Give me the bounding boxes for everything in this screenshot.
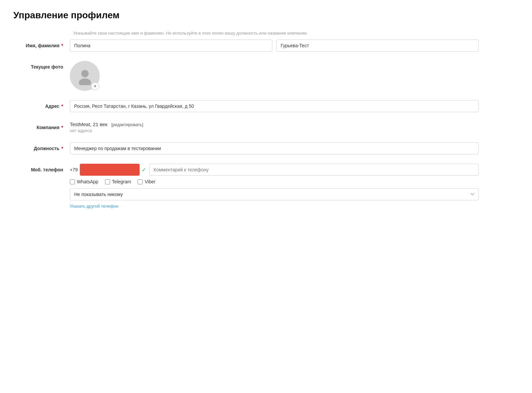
company-content: TestMeat, 21 век [редактировать] нет адр… [70,121,479,133]
position-input[interactable] [70,142,479,154]
position-content [70,142,479,154]
address-label: Адрес * [13,100,70,109]
whatsapp-checkbox[interactable] [70,179,75,184]
last-name-input[interactable] [276,40,479,52]
address-field-row: Адрес * [13,100,479,112]
first-name-input[interactable] [70,40,272,52]
photo-field-row: Текущее фото + [13,61,479,91]
position-field-row: Должность * [13,142,479,154]
company-field-row: Компания * TestMeat, 21 век [редактирова… [13,121,479,133]
phone-check-icon: ✓ [142,167,146,173]
telegram-checkbox[interactable] [105,179,110,184]
whatsapp-checkbox-label[interactable]: WhatsApp [70,179,98,184]
company-label: Компания * [13,121,70,130]
phone-main-row: +79 ✓ [70,164,479,176]
page-title: Управление профилем [13,10,479,21]
messengers-row: WhatsApp Telegram Viber [70,179,479,184]
svg-point-0 [81,70,88,77]
avatar-add-button[interactable]: + [91,82,99,90]
phone-prefix: +79 [70,167,78,172]
photo-content: + [70,61,479,91]
whatsapp-label: WhatsApp [77,179,98,184]
phone-number-input[interactable] [80,164,140,176]
telegram-label: Telegram [112,179,131,184]
name-label: Имя, фамилия * [13,40,70,48]
avatar-container[interactable]: + [70,61,100,91]
company-no-address: нет адреса [70,128,479,133]
phone-label: Моб. телефон [13,164,70,172]
viber-checkbox[interactable] [138,179,143,184]
name-inputs [70,40,479,52]
position-label: Должность * [13,142,70,151]
phone-comment-input[interactable] [149,164,479,176]
address-content [70,100,479,112]
company-name: TestMeat, 21 век [70,121,107,127]
name-field-row: Имя, фамилия * [13,40,479,52]
phone-content: +79 ✓ WhatsApp Telegram Viber [70,164,479,209]
name-hint: Указывайте свои настоящие имя и фамилию.… [73,31,479,36]
company-edit-link[interactable]: [редактировать] [111,122,143,127]
svg-point-1 [79,78,91,85]
viber-label: Viber [145,179,155,184]
viber-checkbox-label[interactable]: Viber [138,179,155,184]
avatar-person-icon [76,67,94,85]
telegram-checkbox-label[interactable]: Telegram [105,179,131,184]
add-phone-link[interactable]: Указать другой телефон [70,204,118,209]
privacy-select[interactable]: Не показывать никому Показывать всем Пок… [70,188,479,200]
address-input[interactable] [70,100,479,112]
photo-label: Текущее фото [13,61,70,70]
phone-field-row: Моб. телефон +79 ✓ WhatsApp Telegram [13,164,479,209]
